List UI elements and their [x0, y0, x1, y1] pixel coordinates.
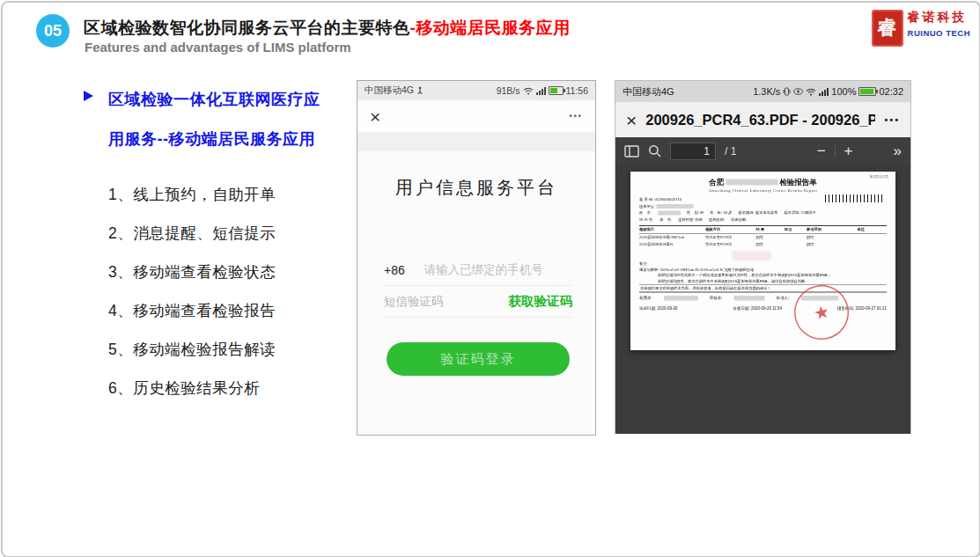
- sms-code-placeholder[interactable]: 短信验证码: [384, 294, 509, 310]
- company-name-cn: 睿诺科技: [908, 10, 970, 26]
- page-number-input[interactable]: 1: [670, 143, 716, 160]
- clock-label: 02:32: [879, 86, 903, 97]
- divider: [835, 145, 836, 158]
- carrier-label: 中国移动4G: [623, 85, 674, 99]
- redacted-tester: [664, 296, 698, 301]
- close-icon[interactable]: ×: [626, 111, 637, 129]
- page-title-black: 区域检验数智化协同服务云平台的主要特色: [84, 18, 410, 37]
- pdf-viewer-area[interactable]: 第1页/共1页 合肥 检验报告单 Anweikang Clinical Labo…: [615, 165, 910, 434]
- report-subtitle-en: Anweikang Clinical Laboratory Center Res…: [630, 188, 895, 193]
- more-menu-icon[interactable]: •••: [570, 112, 583, 121]
- signal-bars-icon: [536, 87, 546, 95]
- cell: 2019新型冠状病毒ORF1ab: [639, 235, 705, 240]
- redacted-reviewer: [734, 296, 765, 301]
- table-header-row: 检测项目 检验方法 结 果 提示 参考范围 单位: [639, 225, 887, 234]
- phone-screenshot-login: 中国移动4G 91B/s 11:56 × ••• 用户信息服务平台 +86 请输…: [357, 80, 596, 436]
- wifi-icon: [806, 88, 816, 96]
- report-signers: 检测者: 审核者: 批准人:: [639, 296, 887, 302]
- battery-icon: [858, 87, 876, 96]
- sex-label: 性 别: 男: [687, 209, 704, 216]
- cell: [785, 235, 807, 240]
- feature-list: 1、线上预约，自助开单 2、消息提醒、短信提示 3、移动端查看检验状态 4、移动…: [108, 175, 276, 407]
- sample-type: 标本类型: 口咽拭子: [784, 209, 815, 216]
- cell: 荧光定量PCR法: [705, 242, 756, 247]
- cell: 2019新型冠状病毒N: [639, 242, 705, 247]
- clock-label: 11:56: [566, 85, 589, 96]
- note-line: 若靶区域均阴性，表示在该样本中未检测到2019新型冠状病毒RNA，请结合临床综合…: [658, 278, 887, 284]
- login-page-title: 用户信息服务平台: [357, 176, 595, 200]
- cell: [858, 235, 882, 240]
- unit-label: 送检单位:: [639, 204, 655, 209]
- result-table: 检测项目 检验方法 结 果 提示 参考范围 单位 2019新型冠状病毒ORF1a…: [639, 225, 887, 248]
- approver-label: 批准人:: [777, 296, 790, 302]
- col-header: 结 果: [756, 227, 785, 232]
- stamp-star: ★: [812, 301, 831, 324]
- report-dates: 采样日期: 2020-09-26 接收日期: 2020-09-26 11:54 …: [639, 305, 887, 311]
- report-notes: 备注: 建议与解释: 2019-nCoV ORF1ab 和 2019-nCoV …: [639, 261, 887, 284]
- zoom-in-button[interactable]: +: [844, 143, 853, 158]
- col-header: 单位: [858, 227, 882, 232]
- login-button[interactable]: 验证码登录: [387, 342, 570, 376]
- close-icon[interactable]: ×: [370, 107, 380, 126]
- login-form: +86 请输入已绑定的手机号 短信验证码 获取验证码 验证码登录: [384, 254, 572, 376]
- feature-heading: 区域检验一体化互联网医疗应用服务--移动端居民服务应用: [108, 80, 335, 159]
- webview-navbar: × •••: [357, 100, 595, 132]
- cell: 荧光定量PCR法: [705, 235, 756, 240]
- report-disclaimer: 本检测结果仅对检测样本负责，供临床参考，如有疑问请在标本保存期内提出！: [639, 285, 887, 293]
- list-item: 4、移动端查看检验报告: [108, 291, 276, 330]
- get-code-link[interactable]: 获取验证码: [509, 293, 573, 310]
- list-item: 5、移动端检验报告解读: [108, 330, 276, 369]
- tester-label: 检测者:: [639, 296, 652, 302]
- list-item: 3、移动端查看检验状态: [108, 253, 276, 291]
- diagnosis-label: 临床诊断:: [731, 216, 747, 224]
- signal-bars-icon: [819, 88, 829, 96]
- page-title: 区域检验数智化协同服务云平台的主要特色-移动端居民服务应用: [84, 17, 571, 40]
- table-row: 2019新型冠状病毒N 荧光定量PCR法 阴性 阴性: [639, 241, 887, 248]
- report-title-right: 检验报告单: [779, 177, 817, 187]
- divider: [357, 132, 595, 151]
- forward-chevrons-icon[interactable]: »: [894, 143, 902, 158]
- battery-icon: [549, 86, 564, 95]
- phone-input-placeholder[interactable]: 请输入已绑定的手机号: [424, 262, 543, 278]
- slide-number-badge: 05: [36, 14, 70, 48]
- sample-status: 标本情况: 标本未见异常: [739, 209, 778, 216]
- page-subtitle: Features and advantages of LIMS platform: [85, 40, 351, 55]
- phone-screenshot-pdf: 中国移动4G 1.3K/s 100% 02:32 × 200926_PCR4_6…: [615, 80, 911, 434]
- phone-number-field[interactable]: +86 请输入已绑定的手机号: [384, 254, 572, 286]
- net-speed: 91B/s: [497, 85, 520, 96]
- doctor-label: 送检医师:: [709, 216, 725, 224]
- search-icon[interactable]: [648, 144, 661, 158]
- cell: 阴性: [807, 242, 858, 247]
- col-header: 检测项目: [639, 227, 705, 232]
- more-menu-icon[interactable]: •••: [884, 114, 900, 125]
- sidebar-panel-icon[interactable]: [624, 145, 639, 158]
- cell: [858, 242, 882, 247]
- zoom-out-button[interactable]: −: [817, 143, 826, 158]
- company-logo: 睿 睿诺科技 RUINUO TECH: [872, 10, 970, 47]
- pdf-filename: 200926_PCR4_63.PDF - 200926_P…: [645, 112, 875, 128]
- sms-code-field[interactable]: 短信验证码 获取验证码: [384, 286, 572, 318]
- list-item: 1、线上预约，自助开单: [108, 175, 276, 214]
- dept-label: 送检科室: 临检: [678, 216, 703, 224]
- bullet-arrow-icon: [84, 91, 93, 101]
- status-bar: 中国移动4G 91B/s 11:56: [357, 81, 595, 100]
- company-name-en: RUINUO TECH: [908, 28, 970, 38]
- reviewer-label: 审核者:: [710, 296, 723, 302]
- report-title-left: 合肥: [709, 177, 724, 187]
- col-header: 提示: [785, 227, 807, 232]
- page-total-label: / 1: [725, 145, 736, 158]
- bed-label: 床 号:: [659, 216, 672, 224]
- list-item: 2、消息提醒、短信提示: [108, 214, 276, 253]
- carrier-label: 中国移动4G: [365, 84, 414, 97]
- company-seal-icon: 睿: [872, 10, 903, 47]
- eye-icon: [793, 88, 803, 95]
- report-page-indicator: 第1页/共1页: [869, 174, 888, 180]
- net-speed: 1.3K/s: [753, 86, 780, 97]
- list-item: 6、历史检验结果分析: [108, 369, 276, 407]
- country-code-label: +86: [384, 263, 405, 277]
- col-header: 参考范围: [807, 227, 858, 232]
- table-row: 2019新型冠状病毒ORF1ab 荧光定量PCR法 阴性 阴性: [639, 234, 887, 241]
- age-label: 年 龄: 63 岁: [710, 209, 732, 216]
- cell: 阴性: [807, 235, 858, 240]
- redacted-unit: [656, 204, 693, 209]
